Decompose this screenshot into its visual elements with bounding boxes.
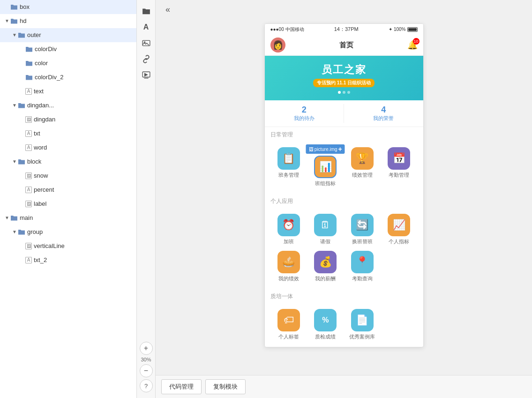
banner-dot-2 [343, 91, 345, 94]
app-label-zjcj: 质检成绩 [315, 333, 336, 340]
add-icon[interactable]: + [338, 145, 342, 153]
app-bzzbz[interactable]: 🖼 picture.img + 📊 班组指标 [307, 144, 344, 190]
app-jxgl[interactable]: 🏆 绩效管理 [344, 144, 381, 190]
zoom-in-button[interactable]: + [140, 342, 153, 355]
app-icon-jxgl: 🏆 [351, 147, 374, 170]
app-icon-kqgl: 📅 [388, 147, 410, 170]
code-mgmt-button[interactable]: 代码管理 [161, 379, 202, 394]
tree-item-main[interactable]: ▼ main [0, 211, 136, 225]
tree-item-verticalLine[interactable]: 🖼 verticalLine [0, 239, 136, 253]
app-label-jiaban: 加班 [284, 238, 294, 245]
tree-item-label[interactable]: 🖼 label [0, 197, 136, 211]
notification-badge: 10 [413, 38, 420, 45]
app-qingjia[interactable]: 🗓 请假 [307, 211, 344, 248]
tree-item-colorDiv_2[interactable]: colorDiv_2 [0, 70, 136, 84]
link-tool[interactable] [139, 52, 154, 67]
stat-pending-num: 2 [265, 105, 344, 115]
app-icon-bwgl: 📋 [277, 147, 300, 170]
app-bwgl[interactable]: 📋 班务管理 [270, 144, 307, 190]
app-label-grzb: 个人指标 [389, 238, 409, 245]
tree-panel: box ▼ hd ▼ outer colorDiv color [0, 0, 137, 398]
app-huanban[interactable]: 🔄 换班替班 [344, 211, 381, 248]
app-wojixiao[interactable]: 🥧 我的绩效 [270, 248, 307, 285]
app-icon-kqcx: 📍 [351, 251, 374, 273]
app-icon-huanban: 🔄 [351, 214, 374, 236]
app-zjcj[interactable]: % 质检成绩 [307, 306, 344, 343]
folder-icon [10, 3, 18, 11]
bt-icon: ✦ [389, 27, 392, 32]
personal-app-grid: ⏰ 加班 🗓 请假 🔄 换班替班 📈 个人指标 🥧 我的绩效 [265, 207, 423, 289]
app-kqcx[interactable]: 📍 考勤查询 [344, 248, 381, 285]
stat-pending[interactable]: 2 我的待办 [265, 100, 344, 127]
image-tool[interactable] [139, 36, 154, 51]
tree-item-box[interactable]: box [0, 0, 136, 14]
text-icon: A [25, 144, 32, 151]
app-label-huanban: 换班替班 [352, 238, 373, 245]
media-tool[interactable] [139, 68, 154, 83]
banner: 员工之家 专活预约 11.1 日组织活动 [265, 56, 423, 100]
tree-item-group[interactable]: ▼ group [0, 225, 136, 239]
image-icon: 🖼 [25, 201, 32, 207]
tree-item-dingdan-img[interactable]: 🖼 dingdan [0, 113, 136, 127]
app-icon-qingjia: 🗓 [314, 214, 337, 236]
tree-item-color[interactable]: color [0, 56, 136, 70]
header-center: 首页 [339, 41, 353, 50]
text-tool[interactable]: A [139, 20, 154, 35]
banner-subtitle: 专活预约 11.1 日组织活动 [313, 79, 375, 87]
banner-dot-1 [338, 91, 341, 94]
tree-item-block[interactable]: ▼ block [0, 155, 136, 169]
folder-icon [25, 45, 33, 53]
copy-module-button[interactable]: 复制模块 [205, 379, 246, 394]
bell-icon[interactable]: 🔔 10 [407, 40, 418, 50]
avatar: 👩 [270, 38, 285, 53]
tree-item-txt[interactable]: A txt [0, 127, 136, 141]
app-jiaban[interactable]: ⏰ 加班 [270, 211, 307, 248]
tree-item-hd[interactable]: ▼ hd [0, 14, 136, 28]
text-icon: A [25, 130, 32, 137]
zoom-out-button[interactable]: − [140, 364, 153, 377]
app-icon-wojixiao: 🥧 [277, 251, 300, 273]
app-label-bzzb: 班组指标 [315, 180, 336, 187]
tree-item-snow[interactable]: 🖼 snow [0, 169, 136, 183]
collapse-button[interactable]: « [161, 3, 174, 16]
app-label-wojixiao: 我的绩效 [278, 275, 299, 282]
app-grbq[interactable]: 🏷 个人标签 [270, 306, 307, 343]
daily-mgmt-grid: 📋 班务管理 🖼 picture.img + 📊 班组指标 🏆 绩效 [265, 141, 423, 194]
image-icon: 🖼 [25, 116, 32, 123]
tree-item-dingdan[interactable]: ▼ dingdan... [0, 98, 136, 113]
folder-icon [10, 214, 18, 222]
app-label-woxinchou: 我的薪酬 [315, 275, 336, 282]
app-ysalk[interactable]: 📄 优秀案例库 [344, 306, 381, 343]
folder-icon [18, 228, 25, 236]
app-label-kqgl: 考勤管理 [389, 172, 409, 179]
phone-frame: ●●●00 中国移动 14：37PM ✦ 100% 👩 首页 🔔 1 [264, 23, 424, 347]
battery-info: ✦ 100% [389, 27, 418, 32]
stats-row: 2 我的待办 4 我的荣誉 [265, 100, 423, 127]
time-text: 14：37PM [334, 26, 359, 33]
zp-grid: 🏷 个人标签 % 质检成绩 📄 优秀案例库 [265, 302, 423, 347]
phone-header: 👩 首页 🔔 10 [265, 35, 423, 56]
app-label-bwgl: 班务管理 [278, 172, 299, 179]
app-icon-grzb: 📈 [388, 214, 410, 236]
folder-tool[interactable] [139, 4, 154, 19]
tree-item-percent[interactable]: A percent [0, 183, 136, 197]
help-button[interactable]: ? [140, 379, 153, 392]
tree-item-colorDiv[interactable]: colorDiv [0, 42, 136, 56]
folder-icon [18, 102, 25, 109]
text-icon: A [25, 88, 32, 95]
tree-item-txt_2[interactable]: A txt_2 [0, 253, 136, 267]
signal-text: ●●●00 中国移动 [270, 26, 304, 33]
app-grzb[interactable]: 📈 个人指标 [381, 211, 418, 248]
zoom-level: 30% [141, 357, 151, 362]
stat-honor[interactable]: 4 我的荣誉 [344, 100, 423, 127]
app-kqgl[interactable]: 📅 考勤管理 [381, 144, 418, 190]
app-label-qingjia: 请假 [320, 238, 330, 245]
tree-item-word[interactable]: A word [0, 141, 136, 155]
battery-percent: 100% [394, 27, 406, 32]
text-icon: A [25, 257, 32, 263]
tree-item-outer[interactable]: ▼ outer [0, 28, 136, 42]
app-woxinchou[interactable]: 💰 我的薪酬 [307, 248, 344, 285]
banner-title: 员工之家 [322, 63, 367, 77]
stat-honor-num: 4 [344, 105, 423, 115]
tree-item-text[interactable]: A text [0, 84, 136, 98]
